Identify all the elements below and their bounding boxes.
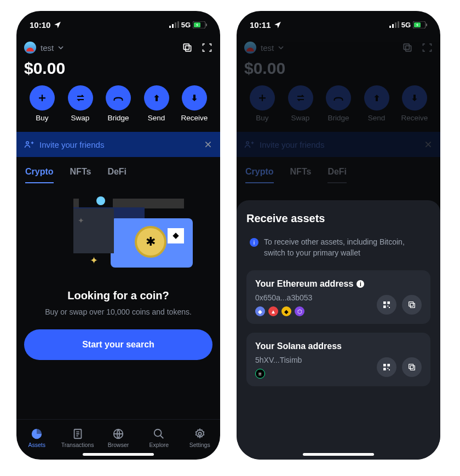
address-value: 0x650a...a3b053 (255, 293, 312, 302)
account-avatar (244, 42, 256, 54)
account-row: test (24, 42, 212, 54)
tab-defi[interactable]: DeFi (107, 167, 127, 183)
svg-point-9 (26, 142, 29, 144)
svg-rect-31 (383, 364, 386, 367)
copy-icon[interactable] (182, 42, 193, 53)
svg-rect-17 (398, 21, 399, 28)
empty-title: Looking for a coin? (67, 289, 169, 302)
home-indicator[interactable] (303, 453, 374, 456)
invite-banner[interactable]: Invite your friends (237, 132, 440, 157)
tab-nfts[interactable]: NFTs (70, 167, 91, 183)
account-selector[interactable]: test (24, 42, 64, 54)
svg-rect-22 (404, 44, 409, 49)
arrow-up-icon (372, 94, 381, 102)
action-label: Swap (71, 114, 90, 122)
sheet-title: Receive assets (246, 212, 430, 225)
bnb-chain-icon: ◆ (281, 306, 291, 316)
solana-address-card[interactable]: Your Solana address 5hXV...Tisimb ≡ (246, 333, 430, 386)
ethereum-address-card[interactable]: Your Ethereum address i 0x650a...a3b053 … (246, 270, 430, 324)
tab-crypto[interactable]: Crypto (245, 167, 274, 183)
send-action[interactable]: Send (140, 85, 174, 122)
invite-label: Invite your friends (260, 140, 324, 149)
info-text: To receive other assets, including Bitco… (264, 237, 427, 258)
svg-rect-5 (206, 24, 207, 26)
home-indicator[interactable] (83, 453, 154, 456)
svg-rect-21 (406, 46, 411, 51)
info-icon[interactable]: i (357, 280, 364, 288)
svg-point-12 (154, 429, 162, 437)
action-label: Receive (181, 114, 208, 122)
swap-action[interactable]: Swap (284, 85, 318, 122)
action-row: Buy Swap Bridge Send Receive (24, 85, 212, 122)
tab-defi[interactable]: DeFi (327, 167, 347, 183)
svg-point-23 (246, 142, 249, 144)
phone-assets-screen: 10:10 5G test (16, 11, 220, 460)
bridge-icon (113, 92, 124, 103)
avalanche-chain-icon: ▲ (268, 306, 278, 316)
receive-sheet: Receive assets i To receive other assets… (237, 200, 440, 460)
buy-action[interactable]: Buy (25, 85, 59, 122)
nav-explore[interactable]: Explore (142, 428, 176, 448)
status-time: 10:10 (30, 20, 50, 30)
chain-badges: ◆ ▲ ◆ ⬡ (255, 306, 312, 316)
phone-receive-sheet: 10:11 5G test $0. (237, 11, 440, 460)
arrow-up-icon (152, 94, 161, 102)
chain-badges: ≡ (255, 369, 302, 379)
svg-rect-15 (392, 24, 394, 28)
status-time: 10:11 (250, 20, 271, 30)
swap-action[interactable]: Swap (64, 85, 97, 122)
close-icon[interactable] (424, 140, 433, 149)
copy-button[interactable] (402, 357, 422, 377)
polygon-chain-icon: ⬡ (295, 306, 304, 316)
solana-chain-icon: ≡ (255, 369, 265, 379)
svg-rect-32 (387, 364, 390, 367)
send-action[interactable]: Send (360, 85, 394, 122)
svg-rect-34 (387, 368, 388, 369)
swap-icon (76, 93, 85, 103)
close-icon[interactable] (204, 140, 212, 149)
svg-rect-29 (410, 304, 415, 308)
gear-icon (194, 428, 206, 440)
bridge-action[interactable]: Bridge (101, 85, 135, 122)
action-label: Buy (36, 114, 48, 122)
search-icon (153, 428, 165, 440)
scan-icon[interactable] (202, 42, 212, 53)
nav-transactions[interactable]: Transactions (61, 428, 95, 448)
nav-assets[interactable]: Assets (20, 428, 54, 448)
buy-action[interactable]: Buy (245, 85, 279, 122)
empty-subtitle: Buy or swap over 10,000 coins and tokens… (36, 307, 200, 316)
signal-icon (389, 21, 399, 28)
receive-action[interactable]: Receive (177, 85, 211, 122)
tab-crypto[interactable]: Crypto (25, 167, 54, 183)
balance-value: $0.00 (244, 59, 433, 78)
ethereum-chain-icon: ◆ (255, 306, 265, 316)
balance-value: $0.00 (24, 59, 212, 78)
svg-point-13 (198, 432, 202, 436)
svg-rect-14 (389, 26, 391, 28)
tab-nfts[interactable]: NFTs (290, 167, 312, 183)
address-title: Your Ethereum address (255, 279, 353, 289)
bridge-action[interactable]: Bridge (321, 85, 355, 122)
qr-button[interactable] (377, 295, 396, 315)
empty-state: ✦ ✦ ✱ Looking for a coin? Buy or swap ov… (24, 195, 212, 360)
nav-browser[interactable]: Browser (101, 428, 135, 448)
account-avatar (24, 42, 36, 54)
invite-banner[interactable]: Invite your friends (16, 132, 220, 157)
account-name: test (261, 43, 274, 53)
receive-action[interactable]: Receive (398, 85, 432, 122)
plus-icon (257, 93, 267, 103)
action-label: Bridge (107, 114, 129, 122)
svg-rect-8 (183, 44, 189, 49)
start-search-button[interactable]: Start your search (24, 329, 212, 360)
account-name: test (41, 43, 54, 53)
invite-label: Invite your friends (39, 140, 104, 149)
account-selector[interactable]: test (244, 42, 284, 54)
qr-button[interactable] (377, 357, 396, 377)
battery-icon (193, 21, 207, 28)
address-value: 5hXV...Tisimb (255, 356, 302, 364)
copy-icon[interactable] (402, 42, 413, 53)
info-row: i To receive other assets, including Bit… (246, 237, 430, 258)
nav-settings[interactable]: Settings (183, 428, 217, 448)
copy-button[interactable] (402, 295, 422, 315)
scan-icon[interactable] (422, 42, 433, 53)
